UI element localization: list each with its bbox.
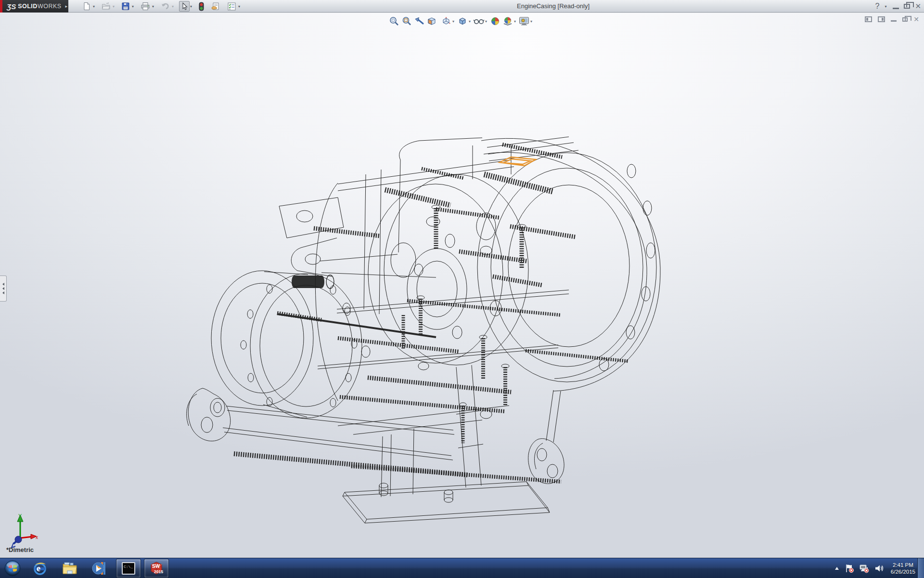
titlebar-controls: ? ▾ ✕ [875, 0, 922, 13]
media-player-icon [91, 561, 108, 576]
wireframe-engine-casing-model[interactable] [0, 13, 924, 558]
base-plate [343, 482, 550, 523]
minimize-button[interactable] [893, 8, 899, 9]
window-title: EngineCasing [Read-only] [517, 2, 590, 10]
taskbar: e [0, 558, 924, 578]
logo-light: WORKS [38, 3, 62, 10]
action-center-button[interactable] [845, 564, 854, 573]
open-dropdown-arrow[interactable]: ▾ [113, 4, 115, 9]
open-folder-icon [102, 2, 111, 11]
volume-button[interactable] [874, 564, 884, 573]
solidworks-logo-text: SOLIDWORKS [18, 3, 61, 10]
save-icon [121, 2, 130, 11]
solidworks-logo-symbol: ƷS [7, 2, 16, 11]
new-document-icon [82, 2, 91, 11]
action-center-flag-icon [845, 564, 854, 573]
system-tray: 2:41 PM 6/26/2015 [834, 558, 915, 578]
upper-left-brackets [279, 197, 344, 276]
logo-red-stripe [0, 0, 2, 13]
select-cursor-icon [180, 2, 188, 11]
undo-button[interactable] [159, 1, 171, 12]
taskbar-media-player[interactable] [85, 559, 114, 578]
support-structure [381, 365, 561, 497]
show-hidden-icons-button[interactable] [834, 566, 840, 571]
solidworks-menu-button[interactable]: ƷS SOLIDWORKS ▸ [0, 0, 68, 13]
orientation-label: *Dimetric [6, 546, 34, 553]
sw-year: 2015 [154, 569, 163, 574]
triad-y-label: Y [18, 513, 22, 519]
menu-expand-arrow-icon[interactable]: ▸ [65, 4, 68, 9]
clock-date: 6/26/2015 [891, 568, 915, 575]
left-rocker-arm [187, 388, 454, 460]
options-dropdown-arrow[interactable]: ▾ [238, 4, 240, 9]
open-button[interactable] [100, 1, 112, 12]
command-prompt-icon: C:\_ [121, 561, 136, 576]
print-dropdown-arrow[interactable]: ▾ [152, 4, 154, 9]
undo-dropdown-arrow[interactable]: ▾ [172, 4, 174, 9]
screen: ƷS SOLIDWORKS ▸ ▾ ▾ [0, 0, 924, 578]
undo-icon [161, 2, 170, 11]
quick-access-toolbar: ▾ ▾ ▾ [81, 0, 242, 12]
options-button[interactable] [226, 1, 238, 12]
taskbar-command-prompt[interactable]: C:\_ [116, 559, 141, 578]
close-button[interactable]: ✕ [915, 2, 921, 11]
rebuild-button[interactable] [197, 1, 205, 12]
file-properties-icon [211, 2, 220, 11]
left-flange-rings [211, 271, 362, 418]
taskbar-clock[interactable]: 2:41 PM 6/26/2015 [891, 562, 915, 575]
shafts-and-springs [234, 144, 629, 482]
show-hidden-icons-icon [834, 566, 840, 571]
new-dropdown-arrow[interactable]: ▾ [93, 4, 95, 9]
start-button[interactable] [0, 558, 25, 578]
solidworks-2015-icon: SW 2015 [148, 560, 165, 577]
help-dropdown-arrow[interactable]: ▾ [885, 4, 886, 9]
folder-icon [62, 561, 78, 576]
logo-bold: SOLID [18, 3, 38, 10]
sw-text: SW [152, 564, 160, 569]
clock-time: 2:41 PM [891, 562, 915, 568]
options-icon [227, 2, 236, 11]
orientation-triad: Y x [8, 513, 38, 550]
right-casing [399, 137, 660, 391]
internet-explorer-icon: e [32, 561, 48, 576]
taskbar-solidworks-2015[interactable]: SW 2015 [144, 559, 169, 578]
highlighted-edge[interactable] [500, 157, 536, 166]
select-dropdown-arrow[interactable]: ▾ [190, 4, 192, 9]
volume-icon [874, 564, 884, 573]
network-status-button[interactable] [859, 564, 870, 573]
print-icon [141, 2, 150, 11]
rebuild-traffic-light-icon [199, 2, 204, 11]
help-button[interactable]: ? [875, 2, 880, 10]
save-dropdown-arrow[interactable]: ▾ [132, 4, 134, 9]
ie-letter: e [37, 564, 40, 573]
select-button[interactable] [179, 1, 190, 12]
restore-button[interactable] [904, 4, 910, 9]
save-button[interactable] [120, 1, 131, 12]
taskbar-internet-explorer[interactable]: e [26, 559, 54, 578]
cmd-text: C:\_ [124, 565, 133, 569]
new-document-button[interactable] [81, 1, 92, 12]
file-properties-button[interactable] [209, 1, 222, 12]
taskbar-windows-explorer[interactable] [55, 559, 84, 578]
print-button[interactable] [139, 1, 152, 12]
windows-start-orb-icon [4, 560, 21, 577]
network-error-icon [859, 564, 870, 573]
triad-x-label: x [36, 535, 38, 540]
title-bar: ƷS SOLIDWORKS ▸ ▾ ▾ [0, 0, 924, 13]
right-rocker-arm [528, 439, 564, 484]
show-desktop-button[interactable] [917, 558, 924, 578]
graphics-viewport[interactable]: ▾ ▾ ▾ [0, 13, 924, 558]
